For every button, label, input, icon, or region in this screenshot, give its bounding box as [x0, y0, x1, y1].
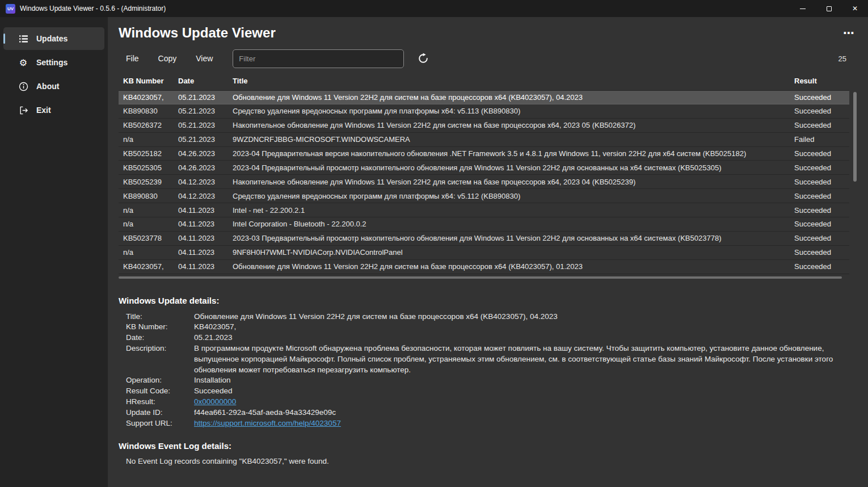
detail-field-value: Обновление для Windows 11 Version 22H2 д… [194, 312, 858, 322]
table-row[interactable]: KB502637205.21.2023Накопительное обновле… [119, 119, 849, 133]
detail-field-value: Installation [194, 375, 858, 386]
toolbar: File Copy View 25 [119, 49, 858, 68]
table-row[interactable]: n/a04.11.2023Intel - net - 22.200.2.1Suc… [119, 203, 849, 217]
detail-field: Description:В программном продукте Micro… [126, 343, 858, 375]
table-row[interactable]: KB4023057,05.21.2023Обновление для Windo… [119, 90, 849, 104]
cell-kb-number: n/a [119, 220, 178, 228]
cell-date: 05.21.2023 [178, 107, 233, 115]
cell-date: 04.26.2023 [178, 149, 233, 158]
cell-date: 05.21.2023 [178, 135, 233, 144]
cell-date: 04.11.2023 [178, 262, 233, 271]
table-row[interactable]: KB89083005.21.2023Средство удаления вред… [119, 104, 849, 119]
detail-field-label: Date: [126, 333, 194, 343]
detail-field: Update ID:f44ea661-292a-45af-aeda-94a334… [126, 408, 858, 418]
detail-field: Title:Обновление для Windows 11 Version … [126, 312, 858, 322]
window-title: Windows Update Viewer - 0.5.6 - (Adminis… [20, 5, 166, 12]
cell-title: Intel - net - 22.200.2.1 [233, 206, 794, 215]
maximize-button[interactable] [816, 0, 842, 17]
maximize-icon [827, 6, 832, 11]
table-body: KB4023057,05.21.2023Обновление для Windo… [119, 90, 849, 274]
vertical-scrollbar-thumb[interactable] [853, 92, 857, 182]
cell-result: Succeeded [794, 93, 849, 102]
sidebar-item-settings[interactable]: ⚙ Settings [3, 51, 104, 74]
cell-result: Succeeded [794, 149, 849, 158]
table-row[interactable]: KB502523904.12.2023Накопительное обновле… [119, 175, 849, 189]
table-row[interactable]: KB502530504.26.20232023-04 Предварительн… [119, 161, 849, 175]
cell-date: 04.11.2023 [178, 248, 233, 257]
cell-result: Succeeded [794, 163, 849, 172]
gear-icon: ⚙ [18, 57, 28, 68]
detail-field-label: Description: [126, 343, 194, 375]
detail-field: Date:05.21.2023 [126, 333, 858, 343]
cell-title: Накопительное обновление для Windows 11 … [233, 178, 794, 186]
cell-title: 2023-04 Предварительный просмотр накопит… [233, 163, 794, 172]
cell-result: Succeeded [794, 178, 849, 186]
filter-input[interactable] [233, 49, 404, 68]
menu-file[interactable]: File [119, 51, 146, 66]
update-details-section: Windows Update details: Title:Обновление… [119, 296, 858, 466]
detail-field-link[interactable]: 0x00000000 [194, 397, 858, 408]
table-row[interactable]: KB89083004.12.2023Средство удаления вред… [119, 189, 849, 203]
column-header-title[interactable]: Title [233, 77, 794, 85]
cell-kb-number: KB5025182 [119, 149, 178, 158]
exit-icon [18, 105, 28, 115]
column-header-result[interactable]: Result [794, 77, 849, 85]
updates-list-icon [18, 33, 28, 44]
refresh-button[interactable] [415, 51, 431, 66]
cell-result: Failed [794, 135, 849, 144]
close-button[interactable]: ✕ [842, 0, 868, 17]
info-icon [18, 81, 28, 91]
table-row[interactable]: KB502377804.11.20232023-03 Предварительн… [119, 232, 849, 246]
cell-kb-number: n/a [119, 248, 178, 257]
detail-field-label: KB Number: [126, 322, 194, 333]
cell-kb-number: KB5025239 [119, 178, 178, 186]
detail-field-value: f44ea661-292a-45af-aeda-94a33429e09c [194, 408, 858, 418]
table-row[interactable]: n/a04.11.2023Intel Corporation - Bluetoo… [119, 217, 849, 232]
cell-date: 04.26.2023 [178, 163, 233, 172]
main-content: Windows Update Viewer ⋯ File Copy View 2… [108, 17, 868, 487]
cell-title: Средство удаления вредоносных программ д… [233, 192, 794, 200]
cell-kb-number: KB5023778 [119, 234, 178, 242]
column-header-kb-number[interactable]: KB Number [119, 77, 178, 85]
sidebar-item-about[interactable]: About [3, 75, 104, 98]
table-row[interactable]: n/a05.21.20239WZDNCRFJBBG-MICROSOFT.WIND… [119, 133, 849, 147]
menu-copy[interactable]: Copy [151, 51, 184, 66]
table-row[interactable]: n/a04.11.20239NF8H0H7WMLT-NVIDIACorp.NVI… [119, 246, 849, 260]
table-header: KB Number Date Title Result [119, 73, 849, 90]
titlebar: UV Windows Update Viewer - 0.5.6 - (Admi… [0, 0, 868, 17]
menu-view[interactable]: View [188, 51, 220, 66]
cell-result: Succeeded [794, 121, 849, 129]
detail-field-label: Result Code: [126, 386, 194, 397]
sidebar-item-label: Updates [36, 34, 68, 43]
cell-title: 9WZDNCRFJBBG-MICROSOFT.WINDOWSCAMERA [233, 135, 794, 144]
cell-kb-number: KB5025305 [119, 163, 178, 172]
horizontal-scrollbar[interactable] [119, 276, 849, 279]
minimize-button[interactable] [790, 0, 816, 17]
column-header-date[interactable]: Date [178, 77, 233, 85]
app-window: UV Windows Update Viewer - 0.5.6 - (Admi… [0, 0, 868, 487]
vertical-scrollbar[interactable] [853, 92, 857, 268]
cell-date: 04.11.2023 [178, 206, 233, 215]
cell-title: Обновление для Windows 11 Version 22H2 д… [233, 262, 794, 271]
update-count: 25 [838, 54, 846, 63]
detail-field-value: KB4023057, [194, 322, 858, 333]
cell-result: Succeeded [794, 234, 849, 242]
cell-result: Succeeded [794, 192, 849, 200]
cell-result: Succeeded [794, 248, 849, 257]
detail-field-link[interactable]: https://support.microsoft.com/help/40230… [194, 418, 858, 429]
horizontal-scrollbar-thumb[interactable] [119, 276, 842, 279]
details-heading: Windows Update details: [119, 296, 858, 305]
cell-date: 05.21.2023 [178, 93, 233, 102]
cell-result: Succeeded [794, 262, 849, 271]
cell-title: Обновление для Windows 11 Version 22H2 д… [233, 93, 794, 102]
details-fields: Title:Обновление для Windows 11 Version … [126, 312, 858, 429]
cell-kb-number: KB890830 [119, 107, 178, 115]
sidebar-item-updates[interactable]: Updates [3, 27, 104, 50]
sidebar-item-exit[interactable]: Exit [3, 99, 104, 121]
more-options-button[interactable]: ⋯ [841, 26, 858, 40]
eventlog-heading: Windows Event Log details: [119, 441, 858, 451]
table-row[interactable]: KB502518204.26.20232023-04 Предварительн… [119, 147, 849, 161]
table-row[interactable]: KB4023057,04.11.2023Обновление для Windo… [119, 260, 849, 274]
cell-date: 04.11.2023 [178, 234, 233, 242]
detail-field-label: Title: [126, 312, 194, 322]
